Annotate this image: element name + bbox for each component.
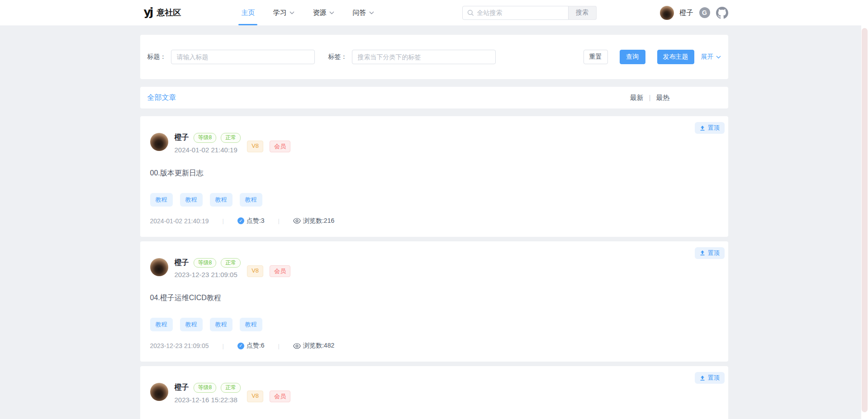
search-box (462, 6, 569, 20)
tag-pill[interactable]: 教程 (210, 318, 232, 331)
search-button[interactable]: 搜索 (569, 6, 597, 20)
pin-label: 置顶 (708, 124, 720, 132)
nav-item-home[interactable]: 主页 (241, 0, 255, 25)
tag-pill[interactable]: 教程 (150, 193, 173, 207)
avatar[interactable] (150, 133, 168, 151)
tag-filter-label: 标签： (328, 53, 347, 61)
scrollbar-thumb[interactable] (862, 28, 868, 412)
eye-icon (293, 343, 301, 349)
expand-toggle[interactable]: 展开 (701, 53, 721, 61)
eye-icon (293, 218, 301, 224)
sort-newest[interactable]: 最新 (630, 94, 644, 102)
tag-pill[interactable]: 教程 (150, 318, 173, 331)
check-circle-icon: ✓ (237, 217, 244, 224)
nav-item-learn[interactable]: 学习 (273, 0, 294, 25)
nav-item-label: 主页 (241, 9, 255, 17)
post-card: 置顶 橙子 等级8 正常 2023-12-23 21:09:05 V8 会员 0… (140, 241, 728, 362)
post-author-block: 橙子 等级8 正常 2024-01-02 21:40:19 V8 会员 (150, 116, 718, 154)
nav-item-label: 学习 (273, 9, 286, 17)
chevron-down-icon (369, 11, 374, 14)
arrow-up-from-line-icon (700, 375, 705, 381)
brand[interactable]: yj 意社区 (140, 7, 181, 19)
title-filter-label: 标题： (147, 53, 166, 61)
chevron-down-icon (329, 11, 334, 14)
post-posted-date: 2024-01-02 21:40:19 (150, 217, 209, 225)
stat-separator: | (278, 343, 280, 349)
scrollbar[interactable] (861, 0, 868, 419)
pin-button[interactable]: 置顶 (695, 122, 725, 134)
member-badge: 会员 (270, 265, 290, 277)
nav-item-label: 资源 (313, 9, 326, 17)
vip-badge: V8 (247, 391, 263, 402)
site-logo-icon: yj (144, 6, 152, 18)
pin-button[interactable]: 置顶 (695, 372, 725, 384)
filter-bar: 标题： 标签： 重置 查询 发布主题 展开 (140, 35, 728, 79)
views-stat: 浏览数:482 (293, 342, 334, 350)
post-author-name[interactable]: 橙子 (175, 133, 189, 142)
tag-pill[interactable]: 教程 (240, 318, 262, 331)
stat-separator: | (223, 343, 224, 349)
check-circle-icon: ✓ (237, 343, 244, 349)
member-badge: 会员 (270, 391, 290, 402)
post-posted-date: 2023-12-23 21:09:05 (150, 342, 209, 349)
stat-separator: | (223, 217, 224, 224)
main-nav: 主页 学习 资源 问答 (241, 0, 374, 25)
article-list-header: 全部文章 最新 | 最热 (140, 87, 728, 108)
expand-label: 展开 (701, 53, 714, 61)
likes-stat: ✓ 点赞:6 (237, 342, 265, 350)
post-author-block: 橙子 等级8 正常 2023-12-23 21:09:05 V8 会员 (150, 241, 718, 279)
sort-options: 最新 | 最热 (630, 94, 670, 102)
post-card: 置顶 橙子 等级8 正常 2024-01-02 21:40:19 V8 会员 0… (140, 116, 728, 237)
member-badge: 会员 (270, 141, 290, 152)
pin-button[interactable]: 置顶 (695, 247, 725, 259)
stat-separator: | (278, 217, 280, 224)
publish-topic-button[interactable]: 发布主题 (657, 50, 694, 64)
post-tags: 教程 教程 教程 教程 (150, 193, 718, 207)
tag-filter-input[interactable] (352, 50, 496, 64)
username[interactable]: 橙子 (680, 9, 693, 17)
arrow-up-from-line-icon (700, 250, 705, 256)
reset-button[interactable]: 重置 (583, 50, 608, 64)
status-badge: 正常 (221, 133, 241, 143)
search-input[interactable] (477, 9, 564, 16)
views-stat: 浏览数:216 (293, 217, 334, 225)
status-badge: 正常 (221, 258, 241, 268)
all-articles-link[interactable]: 全部文章 (147, 93, 176, 103)
tag-pill[interactable]: 教程 (180, 193, 203, 207)
avatar[interactable] (150, 383, 168, 401)
post-title[interactable]: 00.版本更新日志 (150, 169, 718, 178)
gitee-icon[interactable]: G (699, 7, 710, 18)
post-card: 置顶 橙子 等级8 正常 2023-12-16 15:22:38 V8 会员 (140, 366, 728, 419)
global-search: 搜索 (462, 6, 597, 20)
top-navbar: yj 意社区 主页 学习 资源 问答 (0, 0, 868, 26)
views-label: 浏览数:216 (303, 217, 334, 225)
sort-hottest[interactable]: 最热 (656, 94, 670, 102)
post-author-name[interactable]: 橙子 (175, 383, 189, 392)
nav-item-resources[interactable]: 资源 (313, 0, 334, 25)
title-filter-input[interactable] (171, 50, 315, 64)
views-label: 浏览数:482 (303, 342, 334, 350)
post-stats: 2024-01-02 21:40:19 | ✓ 点赞:3 | 浏览数:216 (150, 217, 718, 225)
chevron-down-icon (289, 11, 294, 14)
tag-pill[interactable]: 教程 (180, 318, 203, 331)
chevron-down-icon (716, 56, 721, 59)
post-title[interactable]: 04.橙子运维CICD教程 (150, 293, 718, 303)
level-badge: 等级8 (194, 383, 217, 393)
tag-pill[interactable]: 教程 (240, 193, 262, 207)
post-stats: 2023-12-23 21:09:05 | ✓ 点赞:6 | 浏览数:482 (150, 342, 718, 350)
level-badge: 等级8 (194, 133, 217, 143)
nav-item-qa[interactable]: 问答 (352, 0, 374, 25)
github-icon[interactable] (716, 7, 728, 19)
arrow-up-from-line-icon (700, 125, 705, 131)
likes-stat: ✓ 点赞:3 (237, 217, 265, 225)
avatar[interactable] (150, 258, 168, 276)
avatar[interactable] (660, 6, 674, 20)
status-badge: 正常 (221, 383, 241, 393)
post-author-name[interactable]: 橙子 (175, 258, 189, 268)
query-button[interactable]: 查询 (620, 50, 645, 64)
nav-item-label: 问答 (352, 9, 366, 17)
user-cluster: 橙子 G (660, 6, 728, 20)
tag-pill[interactable]: 教程 (210, 193, 232, 207)
post-datetime: 2024-01-02 21:40:19 (175, 146, 241, 154)
vip-badge: V8 (247, 141, 263, 152)
